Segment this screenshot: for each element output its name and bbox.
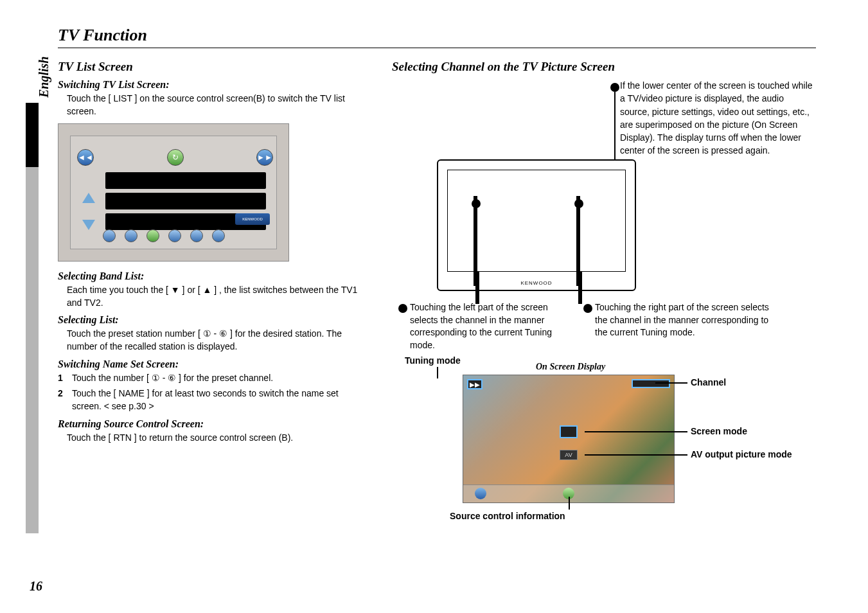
source-dot-left[interactable] [475, 488, 486, 499]
channel-leader [655, 382, 687, 384]
next-icon[interactable]: ►► [256, 149, 273, 166]
right-desc-bullet [583, 304, 592, 313]
channel-label: Channel [691, 377, 726, 387]
sidebar-marker-inactive [26, 167, 39, 533]
tv-diagram: KENWOOD [437, 159, 636, 291]
screenmode-leader [585, 431, 687, 432]
tv-brand-label: KENWOOD [520, 280, 552, 286]
source-leader [569, 497, 570, 510]
right-touch-desc: Touching the right part of the screen se… [595, 301, 775, 339]
osd-label: On Screen Display [536, 362, 605, 372]
tuning-mode-icon[interactable]: ▶▶ [467, 379, 483, 389]
right-leader-down [578, 272, 582, 304]
av-mode-icon[interactable]: AV [560, 450, 578, 460]
preset-4[interactable] [168, 229, 181, 242]
intro-leader [614, 92, 616, 169]
body-list: Touch the preset station number [ ① - ⑥ … [58, 327, 366, 353]
preset-2[interactable] [125, 229, 137, 242]
left-touch-blob [472, 199, 481, 208]
source-info-label: Source control information [450, 511, 565, 521]
heading-return: Returning Source Control Screen: [58, 418, 366, 430]
preset-1[interactable] [103, 229, 116, 242]
preset-3[interactable] [146, 229, 159, 242]
section-tv-list: TV List Screen [58, 60, 366, 74]
tv-screen-area[interactable] [447, 170, 626, 272]
prev-icon[interactable]: ◄◄ [77, 149, 94, 166]
tv-list-illustration: ◄◄ ↻ ►► KENWOOD [58, 123, 289, 262]
preset-6[interactable] [212, 229, 225, 242]
intro-bullet [610, 83, 619, 92]
step-2: 2 Touch the [ NAME ] for at least two se… [58, 387, 366, 413]
preset-dots [103, 229, 225, 242]
sidebar-marker-active [26, 103, 39, 167]
body-switching: Touch the [ LIST ] on the source control… [58, 92, 366, 118]
section-selecting-channel: Selecting Channel on the TV Picture Scre… [392, 60, 816, 74]
intro-text: If the lower center of the screen is tou… [620, 79, 813, 157]
osd-illustration: ▶▶ AV [463, 375, 675, 503]
right-touch-blob [574, 199, 583, 208]
left-desc-bullet [398, 304, 407, 313]
channel-indicator[interactable] [632, 379, 670, 388]
tuning-mode-label: Tuning mode [405, 355, 461, 366]
page-title: TV Function [58, 26, 816, 45]
kenwood-badge: KENWOOD [235, 213, 270, 225]
heading-name: Switching Name Set Screen: [58, 359, 366, 370]
step-1-text: Touch the number [ ① - ⑥ ] for the prese… [72, 371, 366, 384]
list-row-1[interactable] [105, 172, 266, 189]
body-band: Each time you touch the [ ▼ ] or [ ▲ ] ,… [58, 283, 366, 310]
step-2-text: Touch the [ NAME ] for at least two seco… [72, 387, 366, 413]
heading-switching: Switching TV List Screen: [58, 79, 366, 91]
list-row-2[interactable] [105, 193, 266, 209]
heading-band: Selecting Band List: [58, 271, 366, 282]
up-arrow-icon[interactable] [82, 193, 95, 203]
av-mode-label: AV output picture mode [691, 449, 793, 459]
step-2-num: 2 [58, 387, 67, 413]
screen-mode-icon[interactable] [560, 425, 578, 438]
left-column: TV List Screen Switching TV List Screen:… [58, 60, 366, 448]
left-leader-down [475, 272, 479, 304]
tuning-leader [437, 367, 438, 378]
language-tab: English [35, 51, 53, 103]
right-column: Selecting Channel on the TV Picture Scre… [392, 60, 816, 448]
step-1: 1 Touch the number [ ① - ⑥ ] for the pre… [58, 371, 366, 384]
panel-bg: ◄◄ ↻ ►► KENWOOD [70, 136, 277, 249]
title-rule [58, 48, 816, 48]
step-1-num: 1 [58, 371, 67, 384]
preset-5[interactable] [190, 229, 203, 242]
page-number: 16 [30, 579, 42, 594]
page-content: TV Function TV List Screen Switching TV … [58, 26, 816, 585]
screen-mode-label: Screen mode [691, 426, 747, 436]
body-return: Touch the [ RTN ] to return the source c… [58, 431, 366, 444]
av-leader [585, 454, 687, 456]
down-arrow-icon[interactable] [82, 220, 95, 230]
heading-list: Selecting List: [58, 314, 366, 326]
refresh-icon[interactable]: ↻ [167, 149, 184, 166]
left-touch-desc: Touching the left part of the screen sel… [410, 301, 577, 351]
